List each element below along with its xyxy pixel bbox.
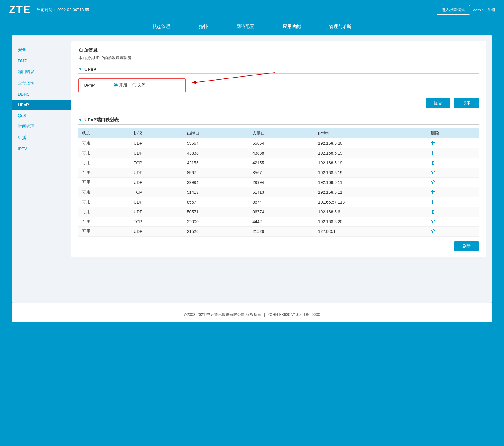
- upnp-collapse-arrow[interactable]: ▼: [78, 67, 82, 71]
- table-row: 可用 TCP 42155 42155 192.168.5.19 🗑: [78, 158, 479, 168]
- main-wrapper: 安全 DMZ 端口转发 父母控制 DDNS UPnP QoS 时间管理 组播 I…: [12, 35, 492, 303]
- cell-delete[interactable]: 🗑: [427, 148, 479, 158]
- delete-icon[interactable]: 🗑: [431, 209, 436, 214]
- delete-icon[interactable]: 🗑: [431, 229, 436, 234]
- table-row: 可用 UDP 21526 21526 127.0.0.1 🗑: [78, 227, 479, 237]
- delete-icon[interactable]: 🗑: [431, 150, 436, 155]
- refresh-row: 刷新: [78, 241, 479, 251]
- delete-icon[interactable]: 🗑: [431, 170, 436, 175]
- nav-item-manage[interactable]: 管理与诊断: [327, 23, 354, 31]
- cell-delete[interactable]: 🗑: [427, 187, 479, 197]
- sidebar-item-dmz[interactable]: DMZ: [12, 56, 71, 66]
- table-row: 可用 UDP 43838 43838 192.168.5.19 🗑: [78, 148, 479, 158]
- sidebar-item-ddns[interactable]: DDNS: [12, 89, 71, 100]
- cell-delete[interactable]: 🗑: [427, 217, 479, 227]
- cell-delete[interactable]: 🗑: [427, 158, 479, 168]
- refresh-button[interactable]: 刷新: [454, 241, 479, 251]
- delete-icon[interactable]: 🗑: [431, 190, 436, 195]
- upnp-section-header: ▼ UPnP: [78, 67, 479, 74]
- cell-in-port: 43838: [249, 148, 315, 158]
- sidebar-item-qos[interactable]: QoS: [12, 110, 71, 121]
- delete-icon[interactable]: 🗑: [431, 141, 436, 146]
- nav-item-status[interactable]: 状态管理: [150, 23, 173, 31]
- cell-status: 可用: [78, 178, 130, 187]
- header-username: admin: [473, 8, 484, 12]
- col-header-protocol: 协议: [130, 128, 183, 138]
- port-table-section-header: ▼ UPnP端口映射表: [78, 117, 479, 125]
- buttons-row: 提交 取消: [78, 98, 479, 108]
- delete-icon[interactable]: 🗑: [431, 180, 436, 185]
- cell-in-port: 42155: [249, 158, 315, 168]
- sidebar-item-port-forward[interactable]: 端口转发: [12, 66, 71, 78]
- cell-protocol: TCP: [130, 187, 183, 197]
- cell-delete[interactable]: 🗑: [427, 168, 479, 178]
- cell-in-port: 55664: [249, 138, 315, 148]
- cell-delete[interactable]: 🗑: [427, 138, 479, 148]
- cell-in-port: 21526: [249, 227, 315, 237]
- cell-ip: 192.168.5.19: [315, 168, 427, 178]
- sidebar-item-parental[interactable]: 父母控制: [12, 78, 71, 89]
- submit-button[interactable]: 提交: [426, 98, 450, 108]
- table-row: 可用 TCP 22000 4442 192.168.5.20 🗑: [78, 217, 479, 227]
- table-row: 可用 UDP 55664 55664 192.168.5.20 🗑: [78, 138, 479, 148]
- cell-ip: 192.168.5.11: [315, 178, 427, 187]
- sidebar: 安全 DMZ 端口转发 父母控制 DDNS UPnP QoS 时间管理 组播 I…: [12, 41, 71, 257]
- col-header-out-port: 出端口: [183, 128, 249, 138]
- nav-item-network[interactable]: 网络配置: [234, 23, 257, 31]
- footer-text: ©2008-2021 中兴通讯股份有限公司 版权所有 ｜ ZXHN E3630 …: [184, 312, 320, 317]
- sidebar-item-time[interactable]: 时间管理: [12, 121, 71, 132]
- cell-status: 可用: [78, 138, 130, 148]
- cell-delete[interactable]: 🗑: [427, 178, 479, 187]
- cell-out-port: 43838: [183, 148, 249, 158]
- cancel-button[interactable]: 取消: [454, 98, 479, 108]
- cell-ip: 192.168.5.11: [315, 187, 427, 197]
- delete-icon[interactable]: 🗑: [431, 219, 436, 224]
- upnp-radio-off[interactable]: 关闭: [132, 83, 146, 88]
- table-row: 可用 UDP 50571 36774 192.168.5.6 🗑: [78, 207, 479, 217]
- upnp-radio-on-input[interactable]: [114, 83, 118, 87]
- header-left: ZTE 当前时间： 2022-02-06T13:55: [9, 4, 89, 16]
- cell-status: 可用: [78, 197, 130, 207]
- upnp-radio-group: 开启 关闭: [114, 83, 146, 88]
- table-row: 可用 TCP 51413 51413 192.168.5.11 🗑: [78, 187, 479, 197]
- sidebar-item-upnp[interactable]: UPnP: [12, 100, 71, 110]
- page-info-desc: 本页提供UPnP的参数设置功能。: [78, 55, 479, 61]
- sidebar-item-multicast[interactable]: 组播: [12, 132, 71, 144]
- sidebar-item-security[interactable]: 安全: [12, 44, 71, 56]
- col-header-in-port: 入端口: [249, 128, 315, 138]
- cell-status: 可用: [78, 187, 130, 197]
- table-row: 可用 UDP 29994 29994 192.168.5.11 🗑: [78, 178, 479, 187]
- cell-protocol: UDP: [130, 197, 183, 207]
- simple-mode-button[interactable]: 进入极简模式: [437, 5, 470, 15]
- cell-status: 可用: [78, 158, 130, 168]
- nav-item-app[interactable]: 应用功能: [280, 23, 303, 31]
- cell-delete[interactable]: 🗑: [427, 207, 479, 217]
- logo: ZTE: [9, 4, 31, 16]
- cell-protocol: UDP: [130, 148, 183, 158]
- upnp-toggle-row: UPnP 开启 关闭: [78, 78, 186, 92]
- nav-item-topology[interactable]: 拓扑: [197, 23, 210, 31]
- cell-status: 可用: [78, 207, 130, 217]
- delete-icon[interactable]: 🗑: [431, 199, 436, 204]
- footer: ©2008-2021 中兴通讯股份有限公司 版权所有 ｜ ZXHN E3630 …: [12, 303, 492, 322]
- delete-icon[interactable]: 🗑: [431, 160, 436, 165]
- cell-ip: 192.168.5.20: [315, 138, 427, 148]
- cell-protocol: UDP: [130, 207, 183, 217]
- upnp-radio-on[interactable]: 开启: [114, 83, 127, 88]
- table-row: 可用 UDP 8567 8674 10.165.57.118 🗑: [78, 197, 479, 207]
- col-header-status: 状态: [78, 128, 130, 138]
- cell-protocol: UDP: [130, 227, 183, 237]
- cell-status: 可用: [78, 148, 130, 158]
- cell-delete[interactable]: 🗑: [427, 197, 479, 207]
- cell-ip: 192.168.5.20: [315, 217, 427, 227]
- cell-delete[interactable]: 🗑: [427, 227, 479, 237]
- upnp-radio-off-input[interactable]: [132, 83, 136, 87]
- upnp-field-label: UPnP: [84, 83, 108, 88]
- svg-line-1: [191, 73, 275, 83]
- logout-button[interactable]: 注销: [487, 7, 495, 12]
- content-layout: 安全 DMZ 端口转发 父母控制 DDNS UPnP QoS 时间管理 组播 I…: [12, 41, 492, 257]
- sidebar-item-iptv[interactable]: IPTV: [12, 144, 71, 154]
- port-table-collapse-arrow[interactable]: ▼: [78, 118, 82, 122]
- port-table-body: 可用 UDP 55664 55664 192.168.5.20 🗑 可用 UDP…: [78, 138, 479, 237]
- table-row: 可用 UDP 8567 8567 192.168.5.19 🗑: [78, 168, 479, 178]
